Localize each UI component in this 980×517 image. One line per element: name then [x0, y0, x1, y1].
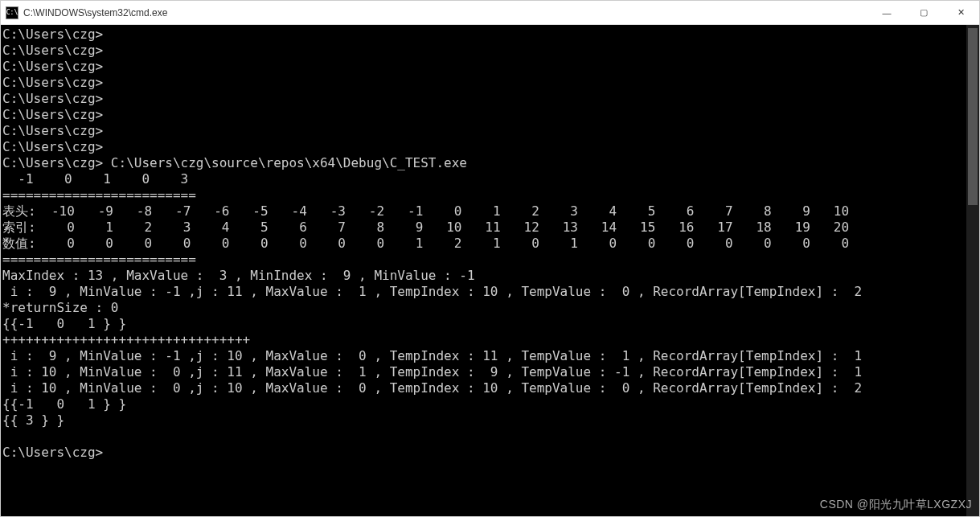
close-button[interactable]: ✕: [942, 1, 979, 24]
titlebar[interactable]: C:\ C:\WINDOWS\system32\cmd.exe — ▢ ✕: [1, 1, 979, 25]
watermark: CSDN @阳光九叶草LXGZXJ: [820, 498, 972, 512]
scroll-thumb[interactable]: [968, 28, 978, 205]
minimize-button[interactable]: —: [868, 1, 905, 24]
maximize-button[interactable]: ▢: [905, 1, 942, 24]
window-controls: — ▢ ✕: [868, 1, 979, 24]
scrollbar[interactable]: [966, 25, 979, 516]
terminal-area: C:\Users\czg> C:\Users\czg> C:\Users\czg…: [1, 25, 979, 516]
terminal-output[interactable]: C:\Users\czg> C:\Users\czg> C:\Users\czg…: [1, 25, 966, 516]
window-title: C:\WINDOWS\system32\cmd.exe: [23, 7, 868, 18]
app-icon: C:\: [6, 6, 18, 19]
cmd-window: C:\ C:\WINDOWS\system32\cmd.exe — ▢ ✕ C:…: [0, 0, 980, 517]
